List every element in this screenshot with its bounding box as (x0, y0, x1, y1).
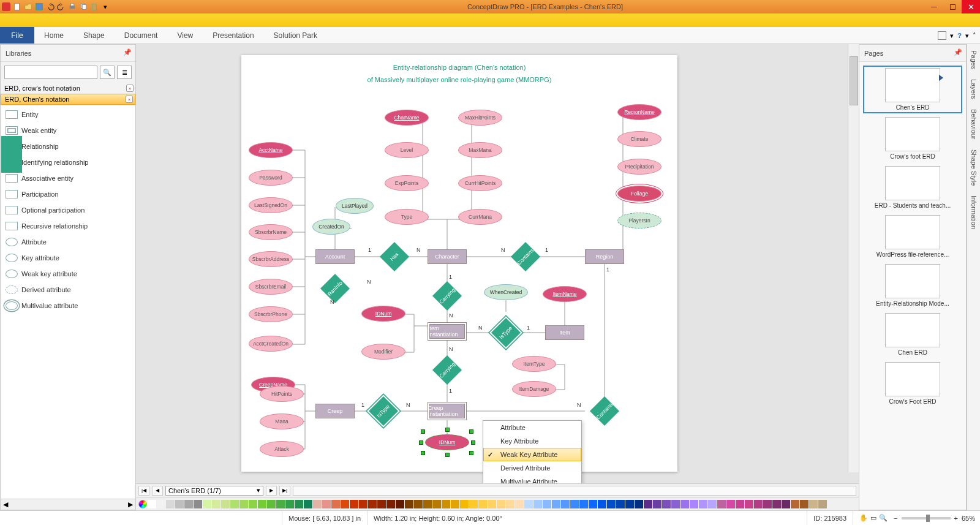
color-swatch[interactable] (304, 500, 312, 508)
page-thumb-3[interactable]: ERD - Students and teach... (864, 165, 961, 210)
color-swatch[interactable] (359, 500, 368, 508)
ctx-key-attribute[interactable]: Key Attribute (483, 434, 581, 448)
page-thumb-7[interactable]: Crow's Foot ERD (864, 361, 961, 406)
qa-save-icon[interactable] (34, 2, 44, 12)
attr-itemdamage[interactable]: ItemDamage (512, 381, 556, 397)
shape-weak-key-attribute[interactable]: Weak key attribute (1, 266, 135, 282)
color-swatch[interactable] (598, 500, 606, 508)
attr-precipitation[interactable]: Precipitation (617, 159, 662, 175)
entity-region[interactable]: Region (585, 249, 624, 264)
qa-print-icon[interactable] (67, 2, 77, 12)
attr-exppoints[interactable]: ExpPoints (385, 175, 429, 191)
library-search-input[interactable] (4, 66, 97, 79)
color-swatch[interactable] (258, 500, 266, 508)
library-file-chen[interactable]: ERD, Chen's notation× (1, 94, 135, 105)
canvas[interactable]: Entity-relationship diagram (Chen's nota… (136, 44, 859, 483)
color-swatch[interactable] (221, 500, 230, 508)
shape-entity[interactable]: Entity (1, 107, 135, 123)
attr-modifier[interactable]: Modifier (361, 344, 405, 360)
color-swatch[interactable] (313, 500, 322, 508)
zoom-fit-icon[interactable]: ▭ (870, 514, 876, 522)
attr-itemname[interactable]: ItemName (543, 286, 587, 302)
color-swatch[interactable] (368, 500, 377, 508)
library-file-crowsfoot[interactable]: ERD, crow's foot notation× (1, 83, 135, 94)
color-swatch[interactable] (579, 500, 588, 508)
attr-itemtype[interactable]: ItemType (512, 356, 556, 372)
attr-type[interactable]: Type (385, 209, 429, 225)
qa-undo-icon[interactable] (45, 2, 55, 12)
color-swatch[interactable] (782, 500, 790, 508)
shape-multivalue-attribute[interactable]: Multivalue attribute (1, 298, 135, 314)
attr-idnum2[interactable]: IDNum (425, 434, 469, 450)
vertical-scrollbar[interactable] (848, 44, 859, 472)
color-swatch[interactable] (736, 500, 744, 508)
attr-foliage[interactable]: Foliage (617, 186, 662, 202)
sheet-last-button[interactable]: ▶| (279, 486, 290, 496)
attr-level[interactable]: Level (385, 142, 429, 158)
color-swatch[interactable] (791, 500, 799, 508)
attr-sbscrbrname[interactable]: SbscrbrName (249, 224, 293, 240)
color-swatch[interactable] (690, 500, 698, 508)
attr-sbscrbrphone[interactable]: SbscrbrPhone (249, 306, 293, 322)
close-icon[interactable]: × (126, 85, 134, 92)
horizontal-scrollbar[interactable] (293, 486, 856, 496)
libraries-hscroll[interactable]: ◀▶ (1, 499, 135, 510)
color-swatch[interactable] (175, 500, 184, 508)
zoom-tool-icon[interactable]: 🔍 (879, 514, 888, 522)
shape-derived-attribute[interactable]: Derived attribute (1, 282, 135, 298)
vtab-shape-style[interactable]: Shape Style (969, 146, 979, 189)
color-swatch[interactable] (239, 500, 248, 508)
color-swatch[interactable] (386, 500, 395, 508)
color-swatch[interactable] (350, 500, 358, 508)
entity-character[interactable]: Character (428, 249, 467, 264)
ctx-weak-key-attribute[interactable]: ✓Weak Key Attribute (483, 448, 581, 461)
color-swatch[interactable] (194, 500, 202, 508)
attr-sbscrbraddress[interactable]: SbscrbrAddress (249, 251, 293, 267)
rel-istype2[interactable]: IsType (369, 397, 398, 425)
page-thumb-4[interactable]: WordPress file-reference... (864, 214, 961, 259)
attr-currmana[interactable]: CurrMana (458, 209, 502, 225)
zoom-slider[interactable] (902, 517, 951, 519)
shape-optional-participation[interactable]: Optional participation (1, 202, 135, 218)
color-swatch[interactable] (460, 500, 469, 508)
attr-whencreated[interactable]: WhenCreated (484, 284, 528, 300)
tab-view[interactable]: View (167, 27, 203, 43)
color-swatch[interactable] (267, 500, 276, 508)
pan-tool-icon[interactable]: ✋ (859, 514, 868, 522)
color-swatch[interactable] (671, 500, 680, 508)
color-swatch[interactable] (488, 500, 496, 508)
attr-currhitpoints[interactable]: CurrHitPoints (458, 175, 502, 191)
zoom-out-button[interactable]: − (894, 515, 897, 522)
color-swatch[interactable] (405, 500, 413, 508)
color-swatch[interactable] (754, 500, 763, 508)
close-icon[interactable]: × (126, 96, 133, 103)
rel-contains2[interactable]: Contains (590, 397, 619, 425)
color-swatch[interactable] (148, 500, 156, 508)
qa-redo-icon[interactable] (56, 2, 66, 12)
palette-menu-icon[interactable] (138, 500, 147, 508)
ctx-attribute[interactable]: Attribute (483, 421, 581, 434)
sheet-prev-button[interactable]: ◀ (152, 486, 163, 496)
help-icon[interactable]: ? (957, 32, 962, 39)
attr-maxhitpoints[interactable]: MaxHitPoints (458, 110, 502, 126)
color-swatch[interactable] (249, 500, 257, 508)
ctx-derived-attribute[interactable]: Derived Attribute (483, 461, 581, 475)
color-swatch[interactable] (322, 500, 331, 508)
rel-carrying2[interactable]: Carrying (433, 356, 461, 384)
color-swatch[interactable] (157, 500, 165, 508)
color-swatch[interactable] (635, 500, 643, 508)
page-thumb-2[interactable]: Crow's foot ERD (864, 116, 961, 161)
color-swatch[interactable] (203, 500, 211, 508)
color-swatch[interactable] (295, 500, 303, 508)
attr-mana[interactable]: Mana (260, 414, 304, 429)
color-swatch[interactable] (341, 500, 349, 508)
attr-password[interactable]: Password (249, 170, 293, 186)
color-swatch[interactable] (543, 500, 551, 508)
sheet-selector[interactable]: Chen's ERD (1/7)▾ (165, 486, 263, 496)
color-swatch[interactable] (708, 500, 717, 508)
color-swatch[interactable] (377, 500, 386, 508)
color-swatch[interactable] (818, 500, 827, 508)
tab-presentation[interactable]: Presentation (203, 27, 263, 43)
color-swatch[interactable] (561, 500, 570, 508)
pin-icon[interactable]: 📌 (954, 48, 962, 56)
